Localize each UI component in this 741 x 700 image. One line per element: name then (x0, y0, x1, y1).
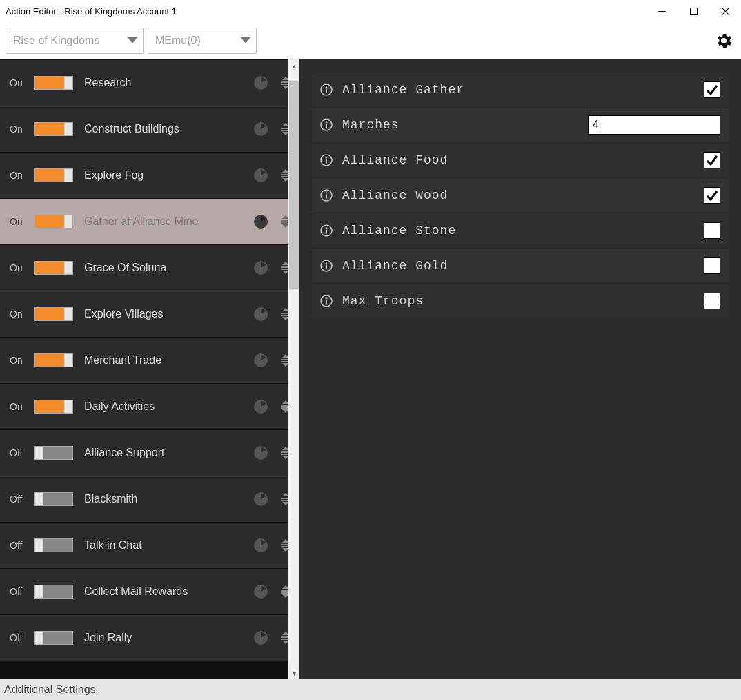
clock-icon[interactable] (253, 352, 269, 369)
clock-icon[interactable] (253, 583, 269, 600)
action-toggle[interactable] (34, 261, 73, 275)
action-row[interactable]: Off Blacksmith (0, 476, 299, 522)
svg-rect-77 (326, 159, 327, 164)
info-icon[interactable] (320, 224, 333, 237)
action-toggle[interactable] (34, 307, 73, 321)
action-toggle[interactable] (34, 353, 73, 367)
action-row[interactable]: On Explore Fog (0, 153, 299, 198)
action-row[interactable]: On Daily Activities (0, 384, 299, 429)
info-icon[interactable] (320, 154, 333, 166)
action-label: Research (84, 77, 246, 89)
toggle-state-label: On (10, 262, 28, 273)
action-row[interactable]: On Explore Villages (0, 291, 299, 337)
row-icons (253, 445, 293, 461)
svg-point-79 (326, 192, 327, 193)
setting-checkbox[interactable] (704, 152, 720, 168)
toggle-state-label: On (10, 77, 28, 88)
toggle-state-label: On (10, 170, 28, 181)
scrollbar[interactable]: ▴ ▾ (288, 59, 299, 679)
setting-row: Marches (312, 108, 729, 142)
svg-point-70 (326, 86, 327, 88)
action-label: Alliance Support (84, 447, 246, 459)
action-list[interactable]: On Research On Construct Buildings (0, 59, 299, 679)
info-icon[interactable] (320, 84, 333, 96)
game-dropdown[interactable]: Rise of Kingdoms (6, 28, 144, 54)
clock-icon[interactable] (253, 306, 269, 322)
action-row[interactable]: On Research (0, 60, 299, 106)
action-toggle[interactable] (34, 492, 73, 506)
scroll-thumb[interactable] (289, 81, 299, 289)
row-icons (253, 121, 293, 137)
clock-icon[interactable] (253, 75, 269, 91)
clock-icon[interactable] (253, 213, 269, 230)
row-icons (253, 630, 293, 646)
close-button[interactable] (709, 0, 741, 22)
action-toggle[interactable] (34, 76, 73, 90)
action-label: Explore Fog (84, 169, 246, 182)
action-toggle[interactable] (34, 446, 73, 460)
setting-checkbox[interactable] (704, 222, 720, 239)
info-icon[interactable] (320, 295, 333, 307)
row-icons (253, 213, 293, 230)
clock-icon[interactable] (253, 121, 269, 137)
setting-row: Alliance Gold (312, 249, 729, 282)
clock-icon[interactable] (253, 260, 269, 276)
action-toggle[interactable] (34, 168, 73, 182)
action-row[interactable]: Off Alliance Support (0, 430, 299, 476)
clock-icon[interactable] (253, 537, 269, 554)
clock-icon[interactable] (253, 491, 269, 507)
action-toggle[interactable] (34, 631, 73, 645)
setting-checkbox[interactable] (704, 81, 720, 98)
setting-row: Alliance Stone (312, 214, 729, 247)
action-row[interactable]: Off Collect Mail Rewards (0, 569, 299, 614)
chevron-down-icon (128, 37, 137, 43)
emulator-dropdown-label: MEmu(0) (155, 35, 201, 47)
action-row[interactable]: On Gather at Alliance Mine (0, 199, 299, 244)
action-row[interactable]: On Grace Of Soluna (0, 245, 299, 291)
clock-icon[interactable] (253, 630, 269, 646)
setting-row: Alliance Gather (312, 73, 729, 106)
toggle-state-label: Off (10, 540, 28, 551)
action-toggle[interactable] (34, 538, 73, 552)
svg-point-88 (326, 298, 327, 299)
setting-label: Alliance Food (342, 153, 694, 167)
minimize-button[interactable] (646, 0, 678, 22)
action-row[interactable]: Off Join Rally (0, 615, 299, 661)
setting-checkbox[interactable] (704, 257, 720, 274)
svg-rect-74 (326, 124, 327, 128)
setting-checkbox[interactable] (704, 293, 720, 309)
info-icon[interactable] (320, 119, 333, 131)
scroll-up-arrow[interactable]: ▴ (288, 59, 299, 72)
clock-icon[interactable] (253, 398, 269, 415)
row-icons (253, 398, 293, 415)
action-toggle[interactable] (34, 122, 73, 136)
svg-rect-83 (326, 230, 327, 234)
svg-rect-1 (690, 8, 697, 14)
action-toggle[interactable] (34, 215, 73, 229)
action-label: Construct Buildings (84, 123, 246, 135)
settings-button[interactable] (712, 29, 735, 52)
maximize-button[interactable] (678, 0, 709, 22)
info-icon[interactable] (320, 189, 333, 202)
row-icons (253, 583, 293, 600)
settings-panel: Alliance Gather Marches Alliance Food Al… (299, 59, 741, 679)
clock-icon[interactable] (253, 445, 269, 461)
svg-rect-71 (326, 89, 327, 93)
emulator-dropdown[interactable]: MEmu(0) (148, 28, 257, 54)
action-toggle[interactable] (34, 400, 73, 414)
action-row[interactable]: On Construct Buildings (0, 106, 299, 152)
setting-label: Marches (342, 118, 578, 132)
action-row[interactable]: On Merchant Trade (0, 338, 299, 383)
action-row[interactable]: Off Talk in Chat (0, 523, 299, 568)
additional-settings-link[interactable]: Additional Settings (4, 683, 96, 696)
action-toggle[interactable] (34, 585, 73, 599)
svg-rect-89 (326, 300, 327, 304)
clock-icon[interactable] (253, 167, 269, 184)
setting-text-input[interactable] (588, 115, 720, 135)
scroll-down-arrow[interactable]: ▾ (288, 667, 299, 679)
row-icons (253, 352, 293, 369)
setting-row: Alliance Wood (312, 179, 729, 212)
svg-point-82 (326, 227, 327, 229)
info-icon[interactable] (320, 260, 333, 272)
setting-checkbox[interactable] (704, 187, 720, 204)
